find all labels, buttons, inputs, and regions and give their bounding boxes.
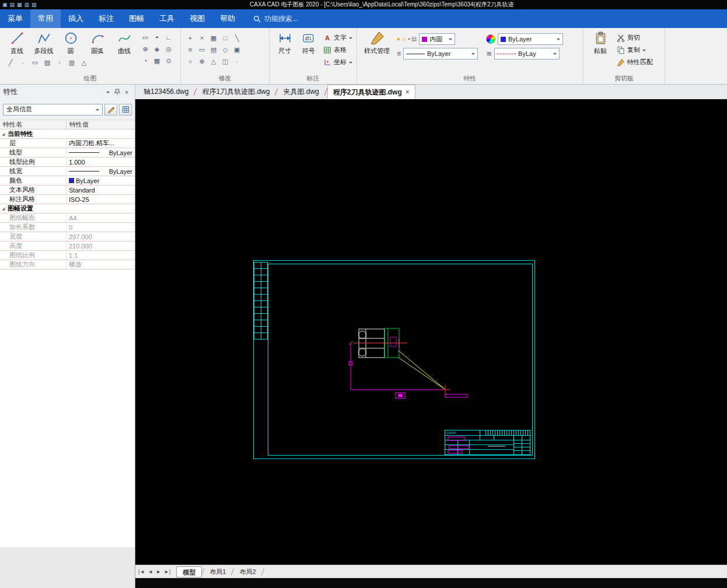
spline-tool-button[interactable]: 曲线 <box>111 30 138 55</box>
doc-tab[interactable]: 夹具图.dwg <box>278 85 324 99</box>
lineweight-icon[interactable]: ≋ <box>486 50 492 58</box>
linetype-icon[interactable]: ≡ <box>397 50 401 58</box>
tool-icon[interactable]: ⊕ <box>139 43 151 55</box>
tool-icon[interactable]: ∙ <box>17 57 29 68</box>
polyline-tool-button[interactable]: 多段线 <box>30 30 57 55</box>
layer-dropdown[interactable]: 内圆 <box>419 33 455 45</box>
tab-model[interactable]: 模型 <box>176 566 202 578</box>
doc-tab[interactable]: 轴123456.dwg <box>138 85 194 99</box>
new-file-icon[interactable]: ▤ <box>10 0 15 9</box>
tool-icon[interactable]: ▣ <box>231 44 243 55</box>
edit-properties-button[interactable] <box>104 104 117 116</box>
property-row-scale[interactable]: 图纸比例 1:1 <box>0 251 135 260</box>
line-tool-button[interactable]: 直线 <box>4 30 30 55</box>
tool-icon[interactable]: ▤ <box>208 44 219 55</box>
prev-sheet-icon[interactable]: ◄ <box>148 569 153 575</box>
tool-icon[interactable]: ╱ <box>5 57 16 68</box>
arc-tool-button[interactable]: 圆弧 <box>84 30 111 55</box>
property-row-color[interactable]: 颜色 ByLayer <box>0 176 135 186</box>
tool-icon[interactable]: ⊕ <box>196 55 208 67</box>
drawing-area[interactable]: CAXA <box>135 99 727 565</box>
style-manager-button[interactable]: 样式管理 <box>361 30 393 60</box>
color-wheel-icon[interactable] <box>486 34 495 44</box>
copy-button[interactable]: 复制 <box>615 44 655 56</box>
sun-icon[interactable]: ☼ <box>401 35 407 43</box>
tool-icon[interactable]: ◈ <box>151 43 163 55</box>
section-row-current[interactable]: ◢当前特性 <box>0 130 135 139</box>
save-icon[interactable]: ▥ <box>25 0 30 9</box>
cut-button[interactable]: 剪切 <box>615 32 655 44</box>
tool-icon[interactable]: ∟ <box>163 32 174 43</box>
tool-icon[interactable]: ◓ <box>151 32 163 43</box>
linetype-dropdown[interactable]: ByLayer <box>403 48 478 60</box>
tool-icon[interactable]: × <box>196 32 208 44</box>
bulb-icon[interactable]: ● <box>397 35 400 43</box>
tool-icon[interactable]: ∙ <box>231 55 243 67</box>
tool-icon[interactable]: ▭ <box>196 44 208 55</box>
last-sheet-icon[interactable]: ►| <box>164 569 170 575</box>
property-row-extension[interactable]: 加长系数 0 <box>0 223 135 232</box>
menu-tab-sheet[interactable]: 图幅 <box>121 9 152 28</box>
paste-button[interactable]: 粘贴 <box>587 30 614 68</box>
circle-tool-button[interactable]: 圆 <box>57 30 84 55</box>
symbol-tool-button[interactable]: Ø1 符号 <box>297 30 321 68</box>
tool-icon[interactable]: ▨ <box>41 57 53 68</box>
doc-tab[interactable]: 程序1刀具轨迹图.dwg <box>197 85 275 99</box>
menu-tab-view[interactable]: 视图 <box>182 9 212 28</box>
doc-tab-active[interactable]: 程序2刀具轨迹图.dwg × <box>327 85 415 99</box>
property-row-lineweight[interactable]: 线宽 ByLayer <box>0 167 135 176</box>
tool-icon[interactable]: ▦ <box>151 55 163 66</box>
tool-icon[interactable]: ◎ <box>163 43 174 55</box>
scope-select[interactable]: 全局信息 <box>3 104 103 116</box>
lock-icon[interactable]: ▪ <box>408 35 410 43</box>
tab-layout1[interactable]: 布局1 <box>204 566 232 578</box>
tool-icon[interactable]: ◇ <box>219 44 231 55</box>
function-search[interactable]: 功能搜索... <box>253 9 298 28</box>
panel-pin-button[interactable] <box>113 88 122 97</box>
menu-tab-tools[interactable]: 工具 <box>152 9 182 28</box>
tool-icon[interactable]: ▭ <box>29 57 41 68</box>
tool-icon[interactable]: ⊙ <box>163 55 174 66</box>
grid-view-button[interactable] <box>119 104 132 116</box>
tool-icon[interactable]: □ <box>219 32 231 44</box>
tool-icon[interactable]: △ <box>208 55 219 67</box>
property-row-width[interactable]: 宽度 297.000 <box>0 232 135 242</box>
tool-icon[interactable]: ▦ <box>208 32 219 44</box>
coordinate-tool-button[interactable]: 坐标 <box>321 56 354 68</box>
next-sheet-icon[interactable]: ► <box>156 569 161 575</box>
tool-icon[interactable]: + <box>184 32 196 44</box>
property-row-linetype[interactable]: 线型 ByLayer <box>0 148 135 158</box>
tool-icon[interactable]: ◦ <box>54 57 65 68</box>
app-icon[interactable]: ▣ <box>2 0 8 9</box>
tool-icon[interactable]: ◔ <box>139 55 151 66</box>
tool-icon[interactable]: ╲ <box>231 32 243 44</box>
close-icon[interactable]: × <box>406 88 410 96</box>
menu-tab-insert[interactable]: 插入 <box>61 9 91 28</box>
tool-icon[interactable]: △ <box>78 57 90 68</box>
property-row-layer[interactable]: 层 内圆刀粗.精车... <box>0 139 135 148</box>
open-file-icon[interactable]: ▦ <box>17 0 22 9</box>
printer-icon[interactable]: ▤ <box>411 35 417 43</box>
tool-icon[interactable]: ≡ <box>184 44 196 55</box>
panel-close-button[interactable]: × <box>122 88 131 97</box>
property-row-text-style[interactable]: 文本风格 Standard <box>0 186 135 195</box>
menu-tab-help[interactable]: 帮助 <box>212 9 243 28</box>
tool-icon[interactable]: ○ <box>184 55 196 67</box>
panel-dropdown-button[interactable] <box>103 88 113 97</box>
property-row-height[interactable]: 高度 210.000 <box>0 242 135 251</box>
menu-tab-common[interactable]: 常用 <box>30 9 61 28</box>
table-tool-button[interactable]: 表格 <box>321 44 354 56</box>
tool-icon[interactable]: ▥ <box>66 57 78 68</box>
tool-icon[interactable]: ◫ <box>219 55 231 67</box>
menu-tab-dimension[interactable]: 标注 <box>91 9 121 28</box>
first-sheet-icon[interactable]: |◄ <box>138 569 145 575</box>
dimension-tool-button[interactable]: 尺寸 <box>273 30 297 68</box>
section-row-sheet[interactable]: ◢图幅设置 <box>0 204 135 214</box>
property-row-dim-style[interactable]: 标注风格 ISO-25 <box>0 195 135 204</box>
menu-tab-menu[interactable]: 菜单 <box>0 9 30 28</box>
tool-icon[interactable]: ▭ <box>139 32 151 43</box>
color-dropdown[interactable]: ByLayer <box>498 33 563 45</box>
match-properties-button[interactable]: 特性匹配 <box>615 56 655 68</box>
text-tool-button[interactable]: A 文字 <box>321 32 354 44</box>
property-row-orientation[interactable]: 图纸方向 横放 <box>0 260 135 270</box>
